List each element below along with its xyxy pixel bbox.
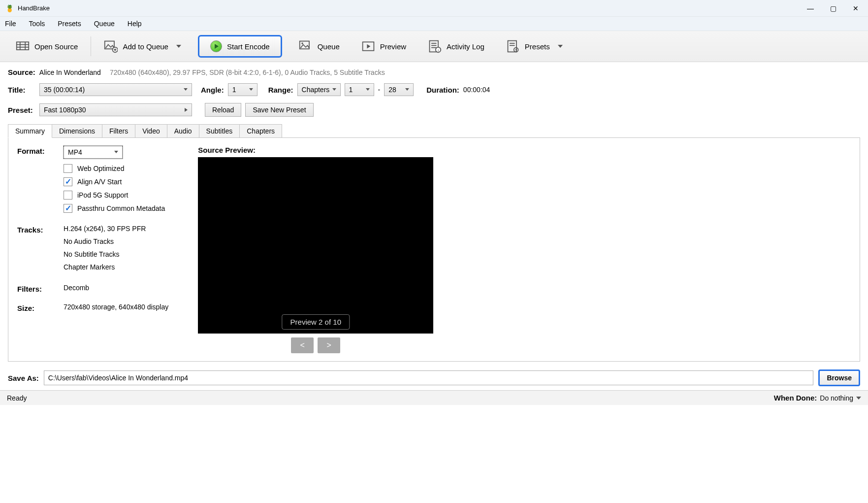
menu-file[interactable]: File [5,20,16,28]
svg-text:i: i [438,48,439,53]
tab-summary[interactable]: Summary [8,124,52,138]
add-to-queue-label: Add to Queue [123,42,168,51]
web-optimized-label: Web Optimized [77,165,124,172]
range-to-select[interactable]: 28 [384,83,414,96]
when-done-label: When Done: [774,394,817,402]
tab-audio[interactable]: Audio [167,124,199,138]
status-text: Ready [7,394,27,402]
save-new-preset-button[interactable]: Save New Preset [245,103,313,117]
start-encode-label: Start Encode [227,42,270,51]
start-encode-button[interactable]: Start Encode [198,35,282,58]
queue-button[interactable]: Queue [294,36,345,56]
add-to-queue-caret-icon [176,45,181,48]
source-meta: 720x480 (640x480), 29.97 FPS, SDR (8-bit… [110,68,385,76]
toolbar: Open Source Add to Queue Start Encode Qu… [0,31,868,62]
filters-value: Decomb [64,284,168,293]
tab-video[interactable]: Video [135,124,167,138]
saveas-row: Save As: Browse [0,364,868,390]
app-logo-icon: 🍍 [5,4,14,13]
queue-label: Queue [318,42,340,51]
browse-button[interactable]: Browse [818,369,860,386]
log-icon: i [428,39,442,53]
title-select[interactable]: 35 (00:00:14) [39,83,192,96]
when-done-select[interactable]: Do nothing [820,394,861,402]
source-preview-label: Source Preview: [198,146,433,154]
passthru-checkbox[interactable]: ✓ [64,204,72,213]
size-value: 720x480 storage, 640x480 display [64,303,168,312]
when-done-value: Do nothing [820,394,853,402]
activity-log-label: Activity Log [447,42,484,51]
range-to-value: 28 [388,86,396,94]
title-label: Title: [8,86,35,94]
tracks-label: Tracks: [17,225,64,276]
tab-dimensions[interactable]: Dimensions [52,124,102,138]
statusbar: Ready When Done: Do nothing [0,390,868,405]
tab-subtitles[interactable]: Subtitles [199,124,240,138]
format-label: Format: [17,146,64,215]
menu-tools[interactable]: Tools [29,20,45,28]
preset-value: Fast 1080p30 [44,106,86,114]
tabs: Summary Dimensions Filters Video Audio S… [8,124,860,137]
svg-rect-0 [17,42,29,50]
web-optimized-checkbox[interactable] [64,164,72,173]
source-name: Alice In Wonderland [39,68,101,76]
maximize-button[interactable]: ▢ [822,0,844,17]
duration-value: 00:00:04 [463,86,490,94]
align-av-checkbox[interactable]: ✓ [64,177,72,186]
menu-presets[interactable]: Presets [58,20,81,28]
tab-filters[interactable]: Filters [102,124,135,138]
size-label: Size: [17,303,64,312]
svg-point-10 [301,42,303,44]
ipod-label: iPod 5G Support [77,191,129,199]
open-source-button[interactable]: Open Source [11,36,83,56]
title-row: Title: 35 (00:00:14) Angle: 1 Range: Cha… [8,83,860,96]
range-type-select[interactable]: Chapters [297,83,341,96]
ipod-checkbox[interactable] [64,191,72,200]
menu-queue[interactable]: Queue [94,20,115,28]
add-to-queue-button[interactable]: Add to Queue [99,36,186,56]
source-row: Source: Alice In Wonderland 720x480 (640… [8,68,860,76]
svg-point-23 [515,49,517,51]
app-title: HandBrake [18,4,50,12]
range-dash: - [378,86,381,94]
range-from-select[interactable]: 1 [345,83,374,96]
presets-label: Presets [525,42,550,51]
passthru-label: Passthru Common Metadata [77,204,165,212]
minimize-button[interactable]: — [799,0,822,17]
close-button[interactable]: ✕ [844,0,867,17]
track-line: H.264 (x264), 30 FPS PFR [64,225,168,237]
preset-select[interactable]: Fast 1080p30 [39,103,192,116]
angle-label: Angle: [201,86,224,94]
preview-button[interactable]: Preview [356,36,411,56]
reload-button[interactable]: Reload [205,103,241,117]
summary-panel: Format: MP4 Web Optimized ✓ Align A/V St… [8,137,860,362]
track-line: No Subtitle Tracks [64,250,168,263]
preset-row: Preset: Fast 1080p30 Reload Save New Pre… [8,103,860,117]
track-line: No Audio Tracks [64,237,168,250]
format-value: MP4 [68,148,82,156]
tab-chapters[interactable]: Chapters [239,124,282,138]
angle-value: 1 [232,86,236,94]
presets-caret-icon [558,45,563,48]
range-from-value: 1 [349,86,353,94]
saveas-input[interactable] [44,370,814,385]
filters-label: Filters: [17,284,64,293]
titlebar: 🍍 HandBrake — ▢ ✕ [0,0,868,17]
duration-label: Duration: [426,86,459,94]
preview-label: Preview [380,42,406,51]
preview-next-button[interactable]: > [318,337,340,353]
format-select[interactable]: MP4 [64,146,123,159]
menubar: File Tools Presets Queue Help [0,17,868,31]
title-select-value: 35 (00:00:14) [44,86,85,94]
preview-caption: Preview 2 of 10 [282,314,350,330]
svg-marker-12 [367,44,370,49]
preview-prev-button[interactable]: < [291,337,314,353]
queue-icon [299,39,313,53]
menu-help[interactable]: Help [128,20,142,28]
range-type-value: Chapters [302,86,330,94]
angle-select[interactable]: 1 [228,83,257,96]
activity-log-button[interactable]: i Activity Log [423,36,489,56]
track-line: Chapter Markers [64,263,168,276]
presets-button[interactable]: Presets [501,36,568,56]
preset-label: Preset: [8,106,35,114]
